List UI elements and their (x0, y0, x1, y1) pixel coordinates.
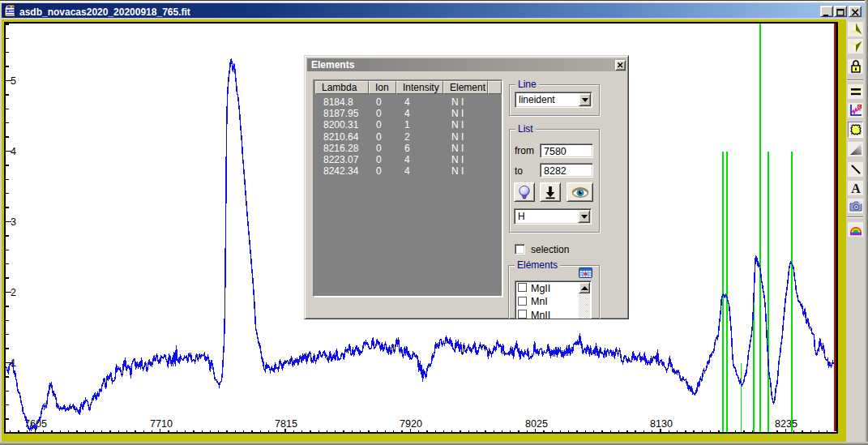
svg-text:7710: 7710 (150, 418, 173, 430)
svg-text:8235: 8235 (775, 418, 797, 430)
svg-text:3: 3 (11, 216, 16, 228)
svg-text:8025: 8025 (525, 418, 548, 430)
svg-text:5: 5 (11, 75, 16, 87)
svg-text:8130: 8130 (650, 418, 673, 430)
svg-text:4: 4 (11, 146, 16, 157)
svg-text:c: c (858, 104, 861, 109)
svg-text:7815: 7815 (275, 418, 297, 430)
svg-text:2: 2 (11, 287, 16, 298)
svg-text:A: A (851, 182, 861, 195)
svg-text:7920: 7920 (400, 418, 422, 430)
